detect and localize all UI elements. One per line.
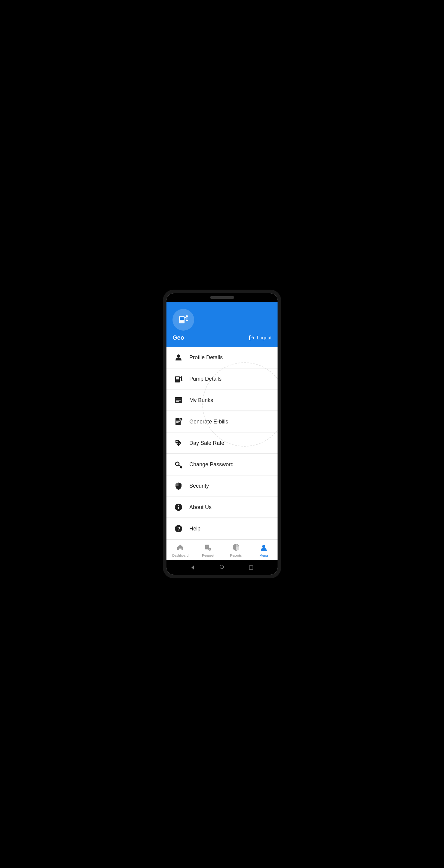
menu-item-pump-details[interactable]: Pump Details — [167, 369, 277, 390]
svg-point-26 — [176, 441, 178, 442]
svg-rect-1 — [180, 317, 184, 320]
svg-rect-5 — [186, 320, 188, 321]
menu-label-generate-ebills: Generate E-bills — [189, 418, 228, 425]
request-nav-label: Request — [202, 554, 214, 557]
request-nav-icon — [204, 544, 212, 553]
logout-button[interactable]: Logout — [248, 335, 272, 341]
home-button[interactable] — [219, 564, 225, 570]
svg-point-8 — [177, 354, 180, 358]
recents-button[interactable] — [248, 564, 254, 570]
menu-list: Profile Details — [167, 347, 277, 539]
shield-icon — [174, 482, 183, 490]
menu-label-change-password: Change Password — [189, 461, 234, 468]
svg-point-47 — [220, 565, 224, 569]
menu-label-pump-details: Pump Details — [189, 376, 221, 382]
android-nav-bar — [167, 560, 277, 575]
menu-label-my-bunks: My Bunks — [189, 397, 213, 404]
svg-point-33 — [178, 505, 179, 506]
list-icon — [174, 396, 183, 404]
tag-icon: SALE — [174, 439, 183, 447]
header-bottom: Geo Logout — [172, 334, 272, 341]
svg-rect-34 — [178, 507, 179, 509]
person-icon — [174, 353, 183, 362]
menu-nav-icon — [260, 544, 268, 553]
phone-frame: Geo Logout — [163, 290, 281, 578]
logout-label: Logout — [257, 335, 272, 341]
svg-marker-46 — [192, 565, 194, 569]
nav-item-menu[interactable]: Menu — [250, 540, 277, 560]
menu-item-help[interactable]: ? Help — [167, 518, 277, 539]
key-icon — [174, 460, 183, 469]
username-label: Geo — [172, 334, 184, 341]
fuel-pump-icon — [177, 313, 190, 327]
header: Geo Logout — [167, 302, 277, 347]
menu-item-security[interactable]: Security — [167, 475, 277, 496]
svg-rect-14 — [181, 380, 182, 381]
svg-point-45 — [262, 545, 265, 548]
menu-item-change-password[interactable]: Change Password — [167, 454, 277, 475]
dashboard-nav-label: Dashboard — [172, 554, 189, 557]
menu-item-about-us[interactable]: About Us — [167, 497, 277, 518]
logout-icon — [248, 335, 255, 341]
info-icon — [174, 503, 183, 512]
help-icon: ? — [174, 524, 183, 533]
svg-rect-6 — [180, 321, 183, 321]
menu-item-generate-ebills[interactable]: $ Generate E-bills — [167, 411, 277, 432]
menu-label-help: Help — [189, 526, 201, 532]
back-button[interactable] — [190, 564, 196, 570]
phone-screen: Geo Logout — [167, 293, 277, 575]
app-container: Geo Logout — [167, 302, 277, 560]
dashboard-nav-icon — [176, 544, 184, 553]
menu-container: Profile Details — [167, 347, 277, 539]
pump-icon — [174, 375, 183, 383]
notch — [210, 296, 234, 299]
svg-rect-10 — [176, 377, 179, 379]
app-logo-circle — [172, 309, 194, 331]
menu-item-day-sale-rate[interactable]: SALE Day Sale Rate — [167, 433, 277, 454]
menu-nav-label: Menu — [260, 554, 268, 557]
menu-item-my-bunks[interactable]: My Bunks — [167, 390, 277, 411]
receipt-icon: $ — [174, 417, 183, 426]
nav-item-request[interactable]: Request — [194, 540, 222, 560]
svg-rect-48 — [249, 566, 253, 569]
reports-nav-label: Reports — [230, 554, 242, 557]
menu-label-security: Security — [189, 483, 209, 489]
status-bar — [167, 293, 277, 302]
menu-item-profile-details[interactable]: Profile Details — [167, 347, 277, 368]
nav-item-reports[interactable]: Reports — [222, 540, 250, 560]
svg-text:?: ? — [177, 526, 180, 531]
svg-line-29 — [179, 465, 182, 467]
nav-item-dashboard[interactable]: Dashboard — [167, 540, 194, 560]
menu-label-about-us: About Us — [189, 504, 212, 510]
menu-label-profile-details: Profile Details — [189, 354, 223, 361]
reports-nav-icon — [232, 544, 240, 553]
svg-text:$: $ — [180, 418, 181, 421]
svg-text:SALE: SALE — [176, 442, 180, 444]
bottom-nav: Dashboard — [167, 539, 277, 560]
menu-label-day-sale-rate: Day Sale Rate — [189, 440, 224, 446]
